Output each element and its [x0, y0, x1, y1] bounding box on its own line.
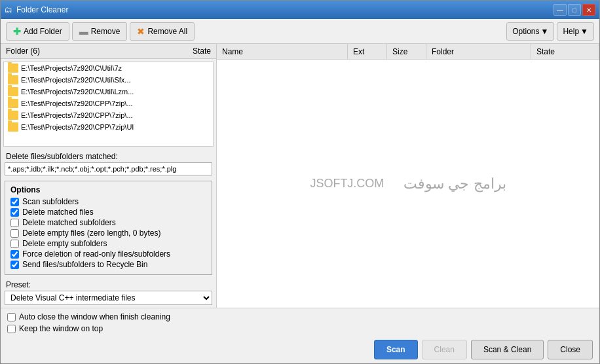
options-dropdown[interactable]: Options ▼ — [506, 22, 554, 41]
folder-icon — [8, 111, 18, 120]
delete-filter-input[interactable] — [5, 162, 212, 175]
auto-close-checkbox[interactable] — [7, 313, 16, 321]
main-window: 🗂 Folder Cleaner — □ ✕ ✚ Add Folder ▬ Re… — [0, 0, 600, 364]
delete-empty-files-checkbox[interactable] — [10, 229, 19, 238]
checkbox-delete-matched: Delete matched files — [10, 208, 206, 217]
clean-button[interactable]: Clean — [422, 340, 467, 359]
file-list-header: Name Ext Size Folder State — [217, 44, 599, 60]
checkbox-send-recycle: Send files/subfolders to Recycle Bin — [10, 260, 206, 269]
remove-button[interactable]: ▬ Remove — [72, 22, 128, 41]
delete-matched-sub-checkbox[interactable] — [10, 219, 19, 227]
list-item[interactable]: E:\Test\Projects\7z920\CPP\7zip\UI — [4, 121, 213, 133]
folder-icon — [8, 87, 18, 96]
scan-subfolders-label: Scan subfolders — [22, 197, 79, 206]
preset-label: Preset: — [1, 278, 216, 291]
main-content: Folder (6) State E:\Test\Projects\7z920\… — [1, 44, 599, 308]
folder-list-header: Folder (6) State — [1, 44, 216, 59]
right-panel: Name Ext Size Folder State JSOFTJ.COM بر… — [217, 44, 599, 308]
keep-on-top-label: Keep the window on top — [19, 324, 103, 333]
send-recycle-checkbox[interactable] — [10, 261, 19, 269]
options-title: Options — [10, 185, 206, 194]
window-title: Folder Cleaner — [16, 5, 68, 14]
folder-icon — [8, 122, 18, 132]
remove-all-icon: ✖ — [137, 26, 145, 37]
delete-empty-sub-label: Delete empty subfolders — [22, 239, 107, 248]
col-folder: Folder — [426, 44, 531, 59]
title-icon: 🗂 — [5, 5, 12, 14]
close-window-button[interactable]: ✕ — [582, 4, 595, 16]
close-button[interactable]: Close — [548, 340, 593, 359]
list-item[interactable]: E:\Test\Projects\7z920\CPP\7zip\... — [4, 98, 213, 109]
title-bar-left: 🗂 Folder Cleaner — [5, 5, 68, 14]
delete-matched-checkbox[interactable] — [10, 208, 19, 217]
folder-path: E:\Test\Projects\7z920\C\Util\Lzm... — [21, 88, 134, 96]
maximize-button[interactable]: □ — [568, 4, 581, 16]
col-size: Size — [387, 44, 426, 59]
delete-empty-sub-checkbox[interactable] — [10, 240, 19, 248]
checkbox-delete-matched-sub: Delete matched subfolders — [10, 218, 206, 227]
watermark-en: JSOFTJ.COM — [310, 177, 384, 191]
folder-icon — [8, 99, 18, 108]
add-folder-button[interactable]: ✚ Add Folder — [6, 22, 69, 41]
checkbox-delete-empty-sub: Delete empty subfolders — [10, 239, 206, 248]
scan-button[interactable]: Scan — [374, 340, 418, 359]
left-panel: Folder (6) State E:\Test\Projects\7z920\… — [1, 44, 217, 308]
toolbar-left: ✚ Add Folder ▬ Remove ✖ Remove All — [6, 22, 195, 41]
col-name: Name — [217, 44, 348, 59]
folder-list-header-state: State — [193, 46, 211, 56]
force-readonly-checkbox[interactable] — [10, 250, 19, 259]
folder-path: E:\Test\Projects\7z920\CPP\7zip\... — [21, 100, 133, 107]
scan-subfolders-checkbox[interactable] — [10, 198, 19, 206]
folder-path: E:\Test\Projects\7z920\CPP\7zip\... — [21, 111, 133, 119]
checkbox-keep-on-top: Keep the window on top — [7, 324, 593, 333]
watermark-ar: برامج جي سوفت — [403, 175, 506, 192]
list-item[interactable]: E:\Test\Projects\7z920\CPP\7zip\... — [4, 109, 213, 121]
list-item[interactable]: E:\Test\Projects\7z920\C\Util\Sfx... — [4, 74, 213, 86]
minimize-button[interactable]: — — [553, 4, 567, 16]
checkbox-scan-subfolders: Scan subfolders — [10, 197, 206, 206]
remove-icon: ▬ — [79, 26, 88, 37]
remove-all-button[interactable]: ✖ Remove All — [130, 22, 195, 41]
folder-path: E:\Test\Projects\7z920\CPP\7zip\UI — [21, 123, 134, 131]
title-bar: 🗂 Folder Cleaner — □ ✕ — [1, 1, 599, 19]
delete-matched-label: Delete matched files — [22, 208, 94, 217]
scan-clean-button[interactable]: Scan & Clean — [471, 340, 544, 359]
watermark: JSOFTJ.COM برامج جي سوفت — [310, 175, 506, 192]
file-area: JSOFTJ.COM برامج جي سوفت — [217, 60, 599, 308]
preset-select[interactable]: Delete Visual C++ intermediate files — [5, 291, 212, 305]
list-item[interactable]: E:\Test\Projects\7z920\C\Util\7z — [4, 62, 213, 74]
folder-list-header-folder: Folder (6) — [6, 46, 40, 56]
delete-matched-sub-label: Delete matched subfolders — [22, 218, 116, 227]
delete-label: Delete files/subfolders matched: — [1, 149, 216, 162]
folder-icon — [8, 75, 18, 84]
toolbar-right: Options ▼ Help ▼ — [506, 22, 594, 41]
delete-empty-files-label: Delete empty files (zero length, 0 bytes… — [22, 228, 160, 238]
force-readonly-label: Force deletion of read-only files/subfol… — [22, 249, 170, 259]
help-dropdown[interactable]: Help ▼ — [557, 22, 594, 41]
auto-close-label: Auto close the window when finish cleani… — [19, 312, 170, 321]
checkbox-auto-close: Auto close the window when finish cleani… — [7, 312, 593, 321]
folder-path: E:\Test\Projects\7z920\C\Util\Sfx... — [21, 76, 131, 84]
col-state: State — [531, 44, 599, 59]
toolbar: ✚ Add Folder ▬ Remove ✖ Remove All Optio… — [1, 19, 599, 44]
bottom-area: Auto close the window when finish cleani… — [1, 308, 599, 363]
add-folder-icon: ✚ — [13, 26, 21, 37]
checkbox-delete-empty-files: Delete empty files (zero length, 0 bytes… — [10, 228, 206, 238]
col-ext: Ext — [348, 44, 387, 59]
options-group: Options Scan subfolders Delete matched f… — [5, 181, 212, 275]
bottom-checkboxes: Auto close the window when finish cleani… — [7, 312, 593, 335]
bottom-buttons: Scan Clean Scan & Clean Close — [7, 340, 593, 359]
checkbox-force-readonly: Force deletion of read-only files/subfol… — [10, 249, 206, 259]
folder-path: E:\Test\Projects\7z920\C\Util\7z — [21, 64, 122, 72]
folder-list-box[interactable]: E:\Test\Projects\7z920\C\Util\7z E:\Test… — [3, 62, 214, 147]
list-item[interactable]: E:\Test\Projects\7z920\C\Util\Lzm... — [4, 86, 213, 98]
keep-on-top-checkbox[interactable] — [7, 325, 16, 333]
title-controls: — □ ✕ — [553, 4, 595, 16]
send-recycle-label: Send files/subfolders to Recycle Bin — [22, 260, 147, 269]
folder-icon — [8, 64, 18, 73]
